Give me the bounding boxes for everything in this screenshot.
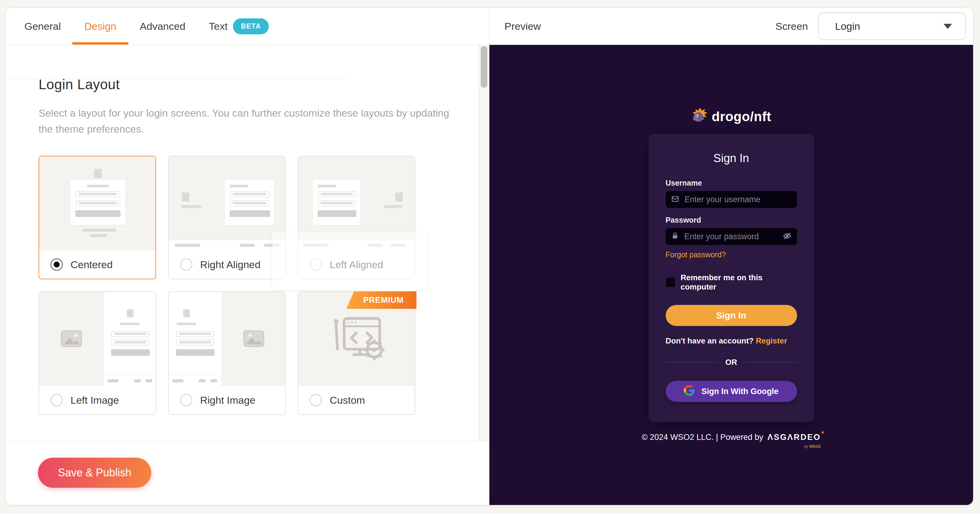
tab-general-label: General — [24, 21, 61, 32]
layout-label-row: Custom — [298, 386, 415, 414]
screen-select-dropdown[interactable]: Login — [818, 12, 966, 40]
wf-logo — [94, 169, 102, 178]
preview-header: Preview Screen Login — [489, 8, 973, 45]
username-input[interactable] — [684, 195, 792, 205]
brand-row: drogo/nft — [691, 108, 772, 125]
layout-label-row: Right Image — [169, 386, 285, 414]
layout-option-right-aligned[interactable]: Right Aligned — [168, 156, 286, 279]
remember-me-label: Remember me on this computer — [681, 273, 797, 292]
scrollbar-thumb[interactable] — [480, 46, 487, 88]
tab-advanced[interactable]: Advanced — [140, 8, 185, 45]
screen-label: Screen — [775, 21, 808, 32]
preview-title: Preview — [504, 21, 541, 32]
layout-label-row: Right Aligned — [169, 250, 285, 279]
or-divider: OR — [666, 358, 797, 367]
screen-select-value: Login — [835, 21, 860, 32]
or-label: OR — [725, 358, 737, 367]
register-prefix: Don't have an account? — [666, 336, 754, 345]
beta-badge: BETA — [233, 18, 269, 34]
layout-label: Centered — [70, 259, 113, 271]
tab-advanced-label: Advanced — [140, 21, 185, 32]
login-heading: Sign In — [666, 152, 797, 165]
layout-thumbnail-right-aligned — [169, 156, 285, 250]
register-row: Don't have an account? Register — [666, 336, 797, 345]
divider-line — [666, 362, 718, 363]
branding-card: General Design Advanced Text BETA Login … — [5, 8, 974, 505]
design-scroll-area: Login Layout Select a layout for your lo… — [5, 45, 489, 441]
layout-label: Right Aligned — [200, 259, 260, 271]
layout-label: Custom — [330, 395, 365, 406]
scrollbar-track[interactable] — [479, 45, 489, 441]
remember-me-row: Remember me on this computer — [666, 273, 797, 292]
premium-ribbon: PREMIUM — [346, 291, 417, 309]
google-icon — [684, 385, 695, 398]
asgardeo-mark-icon: ✦ — [821, 430, 826, 435]
layout-option-right-image[interactable]: Right Image — [168, 291, 286, 415]
radio-left-image[interactable] — [51, 394, 63, 406]
password-input[interactable] — [684, 232, 778, 242]
layout-thumbnail-centered — [39, 156, 156, 250]
google-button-label: Sign In With Google — [701, 387, 778, 396]
section-heading: Login Layout — [38, 76, 119, 92]
preview-footer: © 2024 WSO2 LLC. | Powered by ΛSGΛRDEO✦ … — [641, 433, 821, 442]
layout-thumbnail-left-image — [39, 292, 156, 386]
radio-right-aligned[interactable] — [180, 258, 192, 271]
settings-panel: General Design Advanced Text BETA Login … — [5, 8, 489, 505]
layout-option-centered[interactable]: Centered — [38, 156, 156, 279]
forgot-password-link[interactable]: Forgot password? — [666, 250, 726, 259]
envelope-icon — [671, 195, 679, 204]
radio-right-image[interactable] — [180, 394, 192, 406]
remember-me-checkbox[interactable] — [666, 277, 675, 287]
tab-bar: General Design Advanced Text BETA — [5, 8, 489, 45]
eye-off-icon[interactable] — [783, 231, 792, 242]
tab-design[interactable]: Design — [84, 8, 116, 45]
section-description: Select a layout for your login screens. … — [38, 105, 460, 137]
save-publish-button[interactable]: Save & Publish — [38, 458, 151, 488]
dragon-logo-icon — [691, 108, 708, 125]
lock-icon — [671, 232, 679, 241]
radio-custom[interactable] — [310, 394, 322, 406]
tab-text-label: Text — [209, 21, 228, 32]
layout-label: Right Image — [200, 395, 255, 406]
layout-label-row: Centered — [39, 250, 156, 279]
brand-name: drogo/nft — [712, 109, 772, 124]
wf-form-card — [70, 180, 126, 225]
chevron-down-icon — [943, 24, 952, 29]
copyright-text: © 2024 WSO2 LLC. | Powered by — [641, 433, 763, 442]
password-label: Password — [666, 216, 797, 224]
layout-label-row: Left Image — [39, 386, 156, 414]
action-bar: Save & Publish — [5, 441, 489, 505]
username-field-wrap — [666, 191, 797, 208]
radio-centered[interactable] — [51, 258, 63, 271]
sign-in-button[interactable]: Sign In — [666, 305, 797, 326]
google-sign-in-button[interactable]: Sign In With Google — [666, 381, 797, 402]
layout-label: Left Image — [70, 395, 119, 406]
divider-line — [745, 362, 797, 363]
tab-design-label: Design — [84, 21, 116, 32]
register-link[interactable]: Register — [756, 336, 787, 345]
faded-popover — [272, 232, 428, 290]
tab-general[interactable]: General — [24, 8, 61, 45]
asgardeo-byline: by WSO2 — [804, 444, 821, 449]
layout-option-left-image[interactable]: Left Image — [38, 291, 156, 415]
tab-text[interactable]: Text BETA — [209, 8, 269, 45]
asgardeo-wordmark: ΛSGΛRDEO✦ by WSO2 — [768, 433, 821, 442]
layout-option-custom[interactable]: PREMIUM — [298, 291, 415, 415]
password-field-wrap — [666, 228, 797, 245]
branding-design-page: General Design Advanced Text BETA Login … — [0, 0, 980, 514]
preview-panel: Preview Screen Login — [489, 8, 973, 505]
layout-thumbnail-right-image — [169, 292, 285, 386]
login-preview: drogo/nft Sign In Username Password — [489, 45, 973, 505]
login-card: Sign In Username Password — [649, 134, 814, 422]
username-label: Username — [666, 179, 797, 188]
